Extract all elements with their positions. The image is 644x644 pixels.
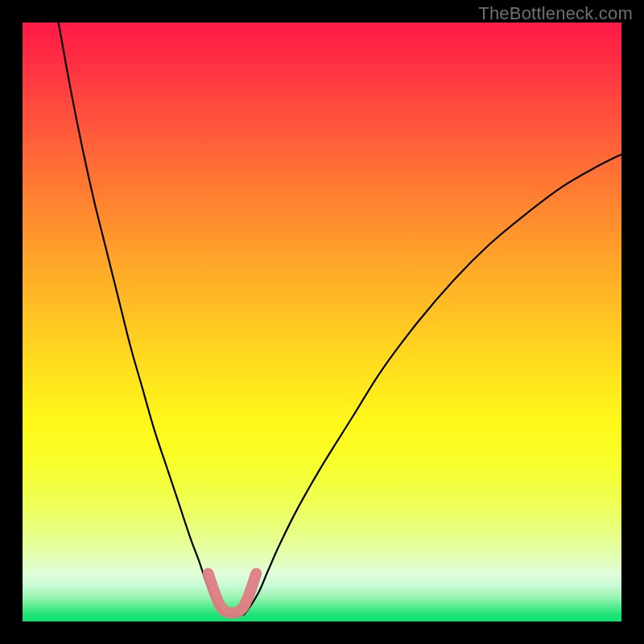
- chart-container: TheBottleneck.com: [0, 0, 644, 644]
- plot-area: [23, 23, 621, 621]
- curve-right-branch: [244, 155, 621, 614]
- curve-layer: [23, 23, 621, 621]
- highlight-marker: [208, 573, 257, 613]
- curve-left-branch: [59, 23, 224, 614]
- watermark-text: TheBottleneck.com: [478, 3, 633, 24]
